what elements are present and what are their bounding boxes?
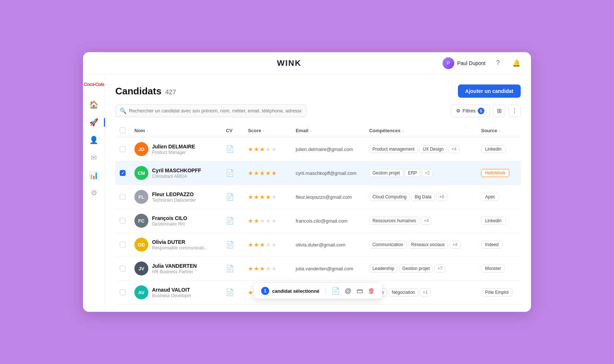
- col-header-score[interactable]: Score ↓: [243, 124, 291, 137]
- cell-skills: LeadershipGestion projet+7: [365, 257, 477, 281]
- cv-icon[interactable]: 📄: [226, 217, 234, 224]
- candidate-details: Julia VANDERTEN HR Business Partner: [152, 263, 197, 274]
- cell-source: Monster: [477, 257, 521, 281]
- action-bar-icons: 📄 @ 🗃 🗑: [332, 287, 375, 295]
- star-4: ★: [266, 241, 271, 248]
- sidebar-item-settings[interactable]: ⚙: [87, 185, 101, 200]
- sidebar-item-contacts[interactable]: 👤: [87, 133, 101, 147]
- cell-check: [115, 209, 130, 233]
- help-button[interactable]: ?: [492, 57, 504, 69]
- row-checkbox[interactable]: [120, 289, 126, 295]
- cell-score: ★★★★★: [243, 233, 291, 257]
- cell-cv: 📄: [221, 281, 243, 304]
- app-logo: WINK: [277, 58, 301, 68]
- search-filter-bar: 🔍 ⚙ Filtres 5 ⊞ ⋮: [115, 104, 521, 117]
- star-5: ★: [271, 241, 277, 248]
- table-row[interactable]: FC François CILO Gestionnaire RH 📄 ★★★★★…: [115, 209, 521, 233]
- page-header: Candidats 427 Ajouter un candidat: [115, 84, 521, 98]
- source-tag: Indeed: [481, 241, 503, 249]
- cell-cv: 📄: [221, 257, 243, 281]
- cv-icon[interactable]: 📄: [226, 145, 234, 153]
- source-tag: Linkedin: [481, 217, 506, 225]
- cell-check: [115, 137, 130, 161]
- notifications-button[interactable]: 🔔: [510, 57, 522, 69]
- action-bar: 1 candidat sélectionné 📄 @ 🗃 🗑: [254, 283, 382, 299]
- candidate-role: Consultant AMOA: [152, 174, 201, 179]
- star-2: ★: [254, 194, 259, 201]
- cell-source: Linkedin: [477, 137, 521, 161]
- candidate-name: Julien DELMAIRE: [152, 144, 195, 149]
- star-1: ★: [248, 241, 253, 248]
- search-wrap: 🔍: [115, 104, 306, 117]
- star-5: ★: [271, 217, 277, 224]
- star-3: ★: [260, 170, 265, 177]
- gear-icon: ⚙: [91, 188, 97, 197]
- action-document-icon[interactable]: 📄: [332, 287, 340, 295]
- col-header-nom[interactable]: Nom ↓: [130, 124, 221, 137]
- col-header-cv[interactable]: CV: [221, 124, 243, 137]
- source-tag: Monster: [481, 264, 505, 273]
- col-header-email[interactable]: Email ↓: [291, 124, 365, 137]
- table-row[interactable]: JV Julia VANDERTEN HR Business Partner 📄…: [115, 257, 521, 281]
- cell-check: [115, 281, 130, 304]
- row-checkbox[interactable]: [120, 266, 126, 271]
- sidebar-item-candidates[interactable]: 🚀: [87, 115, 101, 130]
- star-1: ★: [248, 170, 253, 177]
- view-toggle-button[interactable]: ⊞: [493, 105, 505, 117]
- filter-controls: ⚙ Filtres 5 ⊞ ⋮: [451, 105, 521, 117]
- sidebar-item-messages[interactable]: ✉: [87, 150, 101, 165]
- add-candidate-button[interactable]: Ajouter un candidat: [458, 84, 521, 98]
- row-checkbox[interactable]: [120, 170, 126, 176]
- row-checkbox[interactable]: [120, 146, 126, 152]
- cv-icon[interactable]: 📄: [226, 193, 234, 201]
- skills-more: +4: [448, 145, 459, 153]
- select-all-checkbox[interactable]: [120, 127, 126, 133]
- cell-score: ★★★★★: [243, 185, 291, 209]
- filters-button[interactable]: ⚙ Filtres 5: [451, 105, 490, 117]
- cv-icon[interactable]: 📄: [226, 265, 234, 272]
- cell-cv: 📄: [221, 185, 243, 209]
- cv-icon[interactable]: 📄: [226, 169, 234, 177]
- action-delete-icon[interactable]: 🗑: [368, 287, 375, 295]
- dots-icon: ⋮: [512, 107, 517, 114]
- star-3: ★: [260, 241, 265, 248]
- star-5: ★: [271, 170, 277, 177]
- col-header-source[interactable]: Source ↓: [477, 124, 521, 137]
- cell-email: fleur.leopazzo@gmail.com: [291, 185, 365, 209]
- col-header-competences[interactable]: Compétences ↓: [365, 124, 477, 137]
- table-row[interactable]: JD Julien DELMAIRE Product Manager 📄 ★★★…: [115, 137, 521, 161]
- table-row[interactable]: OD Olivia DUTER Responsable communicati.…: [115, 233, 521, 257]
- more-options-button[interactable]: ⋮: [508, 105, 521, 117]
- cell-skills: Ressources humaines+4: [365, 209, 477, 233]
- person-icon: 👤: [89, 136, 98, 144]
- row-checkbox[interactable]: [120, 242, 126, 248]
- star-4: ★: [266, 265, 271, 272]
- search-input[interactable]: [115, 104, 306, 117]
- cell-check: [115, 161, 130, 185]
- candidate-info: OD Olivia DUTER Responsable communicati.…: [134, 238, 217, 252]
- mail-icon: ✉: [91, 153, 97, 162]
- skill-tag: Cloud Computing: [369, 193, 410, 201]
- table-row[interactable]: FL Fleur LEOPAZZO Technicien Datacenter …: [115, 185, 521, 209]
- sidebar-item-stats[interactable]: 📊: [87, 168, 101, 183]
- filter-icon: ⚙: [456, 108, 460, 113]
- action-at-icon[interactable]: @: [345, 287, 351, 295]
- sidebar: Coca-Cola 🏠 🚀 👤 ✉ 📊 ⚙: [83, 74, 105, 312]
- row-checkbox[interactable]: [120, 194, 126, 200]
- source-tag: Pôle Emploi: [481, 288, 513, 296]
- row-checkbox[interactable]: [120, 218, 126, 224]
- action-archive-icon[interactable]: 🗃: [357, 287, 363, 295]
- star-2: ★: [254, 146, 259, 153]
- skill-tag: Communication: [369, 241, 406, 249]
- star-2: ★: [254, 217, 259, 224]
- candidate-details: Arnaud VALOIT Business Developer: [152, 287, 191, 298]
- star-1: ★: [248, 194, 253, 201]
- star-3: ★: [260, 146, 265, 153]
- table-row[interactable]: CM Cyril MASCHKOPFF Consultant AMOA 📄 ★★…: [115, 161, 521, 185]
- page-title: Candidats: [115, 86, 162, 97]
- selected-count: 1: [261, 287, 269, 295]
- sidebar-item-home[interactable]: 🏠: [87, 97, 101, 112]
- cv-icon[interactable]: 📄: [226, 289, 234, 296]
- cv-icon[interactable]: 📄: [226, 241, 234, 248]
- cell-name: JV Julia VANDERTEN HR Business Partner: [130, 257, 221, 281]
